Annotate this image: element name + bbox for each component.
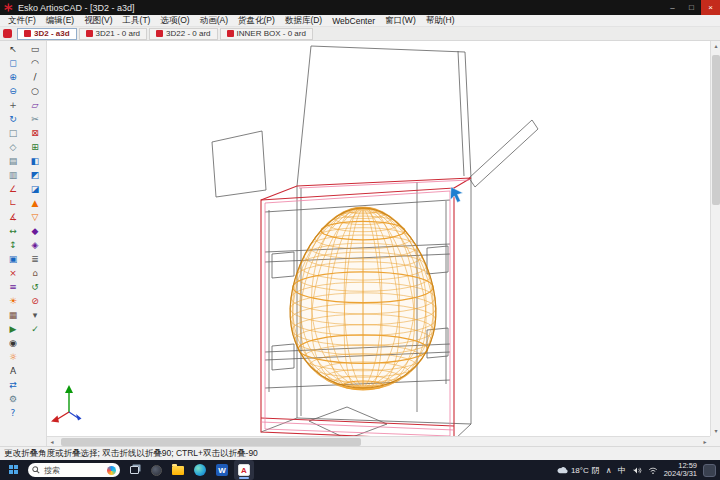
help-icon[interactable]: ? <box>3 406 23 420</box>
panel-left-icon[interactable]: ◧ <box>25 154 45 168</box>
menu-item-5[interactable]: 动画(A) <box>195 15 233 27</box>
3d-viewport[interactable]: ◂ ▸ ▴ ▾ <box>47 41 720 446</box>
panel-corner-icon[interactable]: ◩ <box>25 168 45 182</box>
diamond-outline-icon[interactable]: ◈ <box>25 238 45 252</box>
menu-item-3[interactable]: 工具(T) <box>118 15 156 27</box>
start-button[interactable] <box>4 460 24 480</box>
zoom-in-icon[interactable]: ⊕ <box>3 70 23 84</box>
volume-icon[interactable] <box>632 466 642 475</box>
home-view-icon[interactable]: ⌂ <box>25 266 45 280</box>
restrict-tool-icon[interactable]: ⊘ <box>25 294 45 308</box>
tab-inner-box-0-ard[interactable]: INNER BOX - 0 ard <box>220 28 313 40</box>
snapshot-icon[interactable]: ☼ <box>3 350 23 364</box>
cloud-icon <box>557 466 568 474</box>
taskbar-task-view[interactable] <box>124 460 144 480</box>
taskbar-word[interactable]: W <box>212 460 232 480</box>
menu-item-0[interactable]: 文件(F) <box>3 15 41 27</box>
delete-part-icon[interactable]: × <box>3 266 23 280</box>
rotate-view-icon[interactable]: ↻ <box>3 112 23 126</box>
tab-label: INNER BOX - 0 ard <box>237 29 306 38</box>
fold-angle-icon[interactable]: ∠ <box>3 182 23 196</box>
horizontal-scrollbar[interactable]: ◂ ▸ <box>47 436 710 446</box>
line-tool-icon[interactable]: / <box>25 70 45 84</box>
scroll-up-icon[interactable]: ▴ <box>711 41 720 51</box>
menu-item-1[interactable]: 编辑(E) <box>41 15 79 27</box>
menu-item-8[interactable]: WebCenter <box>327 16 380 26</box>
taskbar-copilot[interactable] <box>146 460 166 480</box>
taskbar-artioscad[interactable]: A <box>234 460 254 480</box>
vertical-scrollbar[interactable]: ▴ ▾ <box>710 41 720 436</box>
wifi-icon[interactable] <box>648 466 658 475</box>
document-icon <box>227 30 234 37</box>
taskbar-edge[interactable] <box>190 460 210 480</box>
view-front-icon[interactable]: □ <box>3 126 23 140</box>
undo-fold-icon[interactable]: ↺ <box>25 280 45 294</box>
camera-view-icon[interactable]: ◉ <box>3 336 23 350</box>
animation-play-icon[interactable]: ▶ <box>3 322 23 336</box>
flap-up-icon[interactable]: ▲ <box>25 196 45 210</box>
close-button[interactable]: × <box>701 0 720 15</box>
taskbar-file-explorer[interactable] <box>168 460 188 480</box>
layers-icon[interactable]: ≡ <box>3 280 23 294</box>
view-side-icon[interactable]: ▥ <box>3 168 23 182</box>
hidden-icons-chevron[interactable]: ∧ <box>606 466 612 475</box>
parallelogram-tool-icon[interactable]: ▱ <box>25 98 45 112</box>
light-source-icon[interactable]: ☀ <box>3 294 23 308</box>
weather-desc: 阴 <box>592 465 600 476</box>
menu-item-2[interactable]: 视图(V) <box>79 15 117 27</box>
3d-scene[interactable] <box>47 41 710 436</box>
select-tool-icon[interactable]: ↖ <box>3 42 23 56</box>
document-icon <box>24 30 31 37</box>
list-tool-icon[interactable]: ≣ <box>25 252 45 266</box>
measure-icon[interactable]: ↔ <box>3 224 23 238</box>
menu-item-9[interactable]: 窗口(W) <box>380 15 421 27</box>
scrollbar-corner <box>710 436 720 446</box>
pan-icon[interactable]: + <box>3 98 23 112</box>
taskbar-search[interactable]: 搜索 <box>28 463 120 477</box>
cut-tool-icon[interactable]: ✂ <box>25 112 45 126</box>
panel-fill-icon[interactable]: ◪ <box>25 182 45 196</box>
fold-all-icon[interactable]: ∡ <box>3 210 23 224</box>
menu-item-6[interactable]: 货盘化(P) <box>233 15 280 27</box>
material-icon[interactable]: ▦ <box>3 308 23 322</box>
menu-item-7[interactable]: 数据库(D) <box>280 15 327 27</box>
tab-label: 3D22 - 0 ard <box>166 29 210 38</box>
weather-widget[interactable]: 18°C 阴 <box>557 465 600 476</box>
confirm-tool-icon[interactable]: ✓ <box>25 322 45 336</box>
dimension-icon[interactable]: ⇄ <box>3 378 23 392</box>
tab-3d21-0-ard[interactable]: 3D21 - 0 ard <box>79 28 147 40</box>
circle-tool-icon[interactable]: ○ <box>25 84 45 98</box>
document-icon <box>156 30 163 37</box>
move-part-icon[interactable]: ↕ <box>3 238 23 252</box>
diamond-tool-icon[interactable]: ◆ <box>25 224 45 238</box>
delete-box-icon[interactable]: ⊠ <box>25 126 45 140</box>
vertical-scroll-thumb[interactable] <box>712 55 720 205</box>
maximize-button[interactable]: □ <box>682 0 701 15</box>
zoom-window-icon[interactable]: ◻ <box>3 56 23 70</box>
rectangle-tool-icon[interactable]: ▭ <box>25 42 45 56</box>
horizontal-scroll-thumb[interactable] <box>61 438 361 446</box>
menu-item-4[interactable]: 选项(O) <box>155 15 194 27</box>
add-text-icon[interactable]: A <box>3 364 23 378</box>
menu-item-10[interactable]: 帮助(H) <box>421 15 460 27</box>
copy-part-icon[interactable]: ▣ <box>3 252 23 266</box>
mdi-document-icon[interactable] <box>3 29 12 38</box>
tab-3d22-0-ard[interactable]: 3D22 - 0 ard <box>149 28 217 40</box>
ime-indicator[interactable]: 中 <box>618 465 626 476</box>
edge-icon <box>194 464 206 476</box>
flap-down-icon[interactable]: ▽ <box>25 210 45 224</box>
scroll-down-icon[interactable]: ▾ <box>711 426 720 436</box>
minimize-button[interactable]: – <box>663 0 682 15</box>
add-box-icon[interactable]: ⊞ <box>25 140 45 154</box>
options-gear-icon[interactable]: ⚙ <box>3 392 23 406</box>
view-iso-icon[interactable]: ◇ <box>3 140 23 154</box>
arc-tool-icon[interactable]: ◠ <box>25 56 45 70</box>
more-tools-icon[interactable]: ▾ <box>25 308 45 322</box>
zoom-out-icon[interactable]: ⊖ <box>3 84 23 98</box>
notification-center-icon[interactable] <box>703 464 716 477</box>
view-top-icon[interactable]: ▤ <box>3 154 23 168</box>
status-bar: 更改折叠角度或折叠选择; 双击折线以折叠90; CTRL+双击以折叠-90 <box>0 446 720 460</box>
taskbar-clock[interactable]: 12:59 2024/3/31 <box>664 462 697 479</box>
tab-3d2-a3d[interactable]: 3D2 - a3d <box>17 28 77 40</box>
fold-90-icon[interactable]: ∟ <box>3 196 23 210</box>
